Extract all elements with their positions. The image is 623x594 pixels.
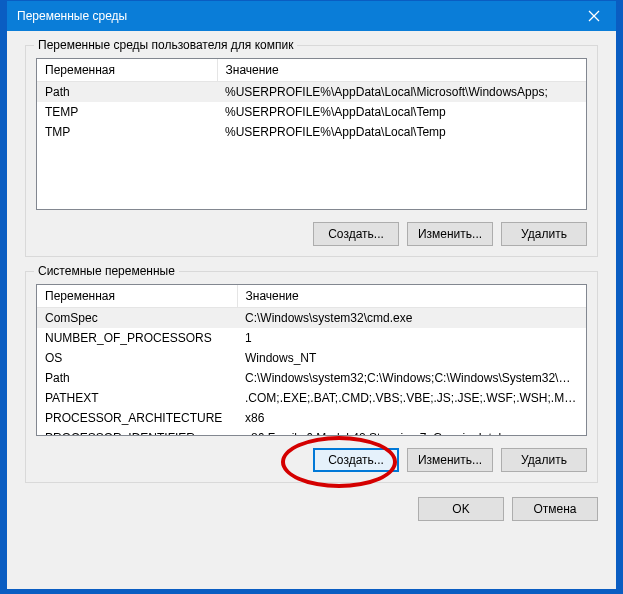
cell-var: Path: [37, 368, 237, 388]
ok-button[interactable]: OK: [418, 497, 504, 521]
col-header-value[interactable]: Значение: [237, 285, 586, 308]
user-delete-button[interactable]: Удалить: [501, 222, 587, 246]
table-row[interactable]: NUMBER_OF_PROCESSORS 1: [37, 328, 586, 348]
cell-var: TMP: [37, 122, 217, 142]
sys-btn-row: Создать... Изменить... Удалить: [36, 448, 587, 472]
cell-val: %USERPROFILE%\AppData\Local\Temp: [217, 122, 586, 142]
cell-val: C:\Windows\system32;C:\Windows;C:\Window…: [237, 368, 586, 388]
col-header-value[interactable]: Значение: [217, 59, 586, 82]
table-row[interactable]: PROCESSOR_ARCHITECTURE x86: [37, 408, 586, 428]
env-vars-dialog: Переменные среды Переменные среды пользо…: [6, 0, 617, 590]
user-edit-button[interactable]: Изменить...: [407, 222, 493, 246]
close-icon: [588, 10, 600, 22]
sys-edit-button[interactable]: Изменить...: [407, 448, 493, 472]
table-row[interactable]: Path %USERPROFILE%\AppData\Local\Microso…: [37, 82, 586, 103]
user-new-button[interactable]: Создать...: [313, 222, 399, 246]
cell-var: NUMBER_OF_PROCESSORS: [37, 328, 237, 348]
sys-vars-group: Системные переменные Переменная Значение…: [25, 271, 598, 483]
table-row[interactable]: TMP %USERPROFILE%\AppData\Local\Temp: [37, 122, 586, 142]
cell-var: OS: [37, 348, 237, 368]
cell-val: %USERPROFILE%\AppData\Local\Microsoft\Wi…: [217, 82, 586, 103]
table-row[interactable]: PROCESSOR_IDENTIFIER x86 Family 6 Model …: [37, 428, 586, 436]
cell-val: Windows_NT: [237, 348, 586, 368]
cell-val: %USERPROFILE%\AppData\Local\Temp: [217, 102, 586, 122]
cell-var: PROCESSOR_ARCHITECTURE: [37, 408, 237, 428]
user-btn-row: Создать... Изменить... Удалить: [36, 222, 587, 246]
table-row[interactable]: Path C:\Windows\system32;C:\Windows;C:\W…: [37, 368, 586, 388]
table-row[interactable]: OS Windows_NT: [37, 348, 586, 368]
user-vars-label: Переменные среды пользователя для компик: [34, 38, 297, 52]
col-header-variable[interactable]: Переменная: [37, 285, 237, 308]
cancel-button[interactable]: Отмена: [512, 497, 598, 521]
user-vars-group: Переменные среды пользователя для компик…: [25, 45, 598, 257]
table-row[interactable]: PATHEXT .COM;.EXE;.BAT;.CMD;.VBS;.VBE;.J…: [37, 388, 586, 408]
window-title: Переменные среды: [17, 9, 127, 23]
table-row[interactable]: TEMP %USERPROFILE%\AppData\Local\Temp: [37, 102, 586, 122]
cell-var: TEMP: [37, 102, 217, 122]
dialog-btn-row: OK Отмена: [25, 497, 598, 521]
cell-val: x86: [237, 408, 586, 428]
table-row[interactable]: ComSpec C:\Windows\system32\cmd.exe: [37, 308, 586, 329]
cell-var: PATHEXT: [37, 388, 237, 408]
sys-new-button[interactable]: Создать...: [313, 448, 399, 472]
sys-delete-button[interactable]: Удалить: [501, 448, 587, 472]
cell-var: PROCESSOR_IDENTIFIER: [37, 428, 237, 436]
cell-val: 1: [237, 328, 586, 348]
dialog-content: Переменные среды пользователя для компик…: [7, 31, 616, 589]
close-button[interactable]: [571, 1, 616, 31]
user-vars-table[interactable]: Переменная Значение Path %USERPROFILE%\A…: [36, 58, 587, 210]
cell-val: .COM;.EXE;.BAT;.CMD;.VBS;.VBE;.JS;.JSE;.…: [237, 388, 586, 408]
sys-vars-table[interactable]: Переменная Значение ComSpec C:\Windows\s…: [36, 284, 587, 436]
sys-vars-label: Системные переменные: [34, 264, 179, 278]
col-header-variable[interactable]: Переменная: [37, 59, 217, 82]
cell-val: x86 Family 6 Model 42 Stepping 7, Genuin…: [237, 428, 586, 436]
cell-val: C:\Windows\system32\cmd.exe: [237, 308, 586, 329]
titlebar[interactable]: Переменные среды: [7, 1, 616, 31]
cell-var: Path: [37, 82, 217, 103]
cell-var: ComSpec: [37, 308, 237, 329]
